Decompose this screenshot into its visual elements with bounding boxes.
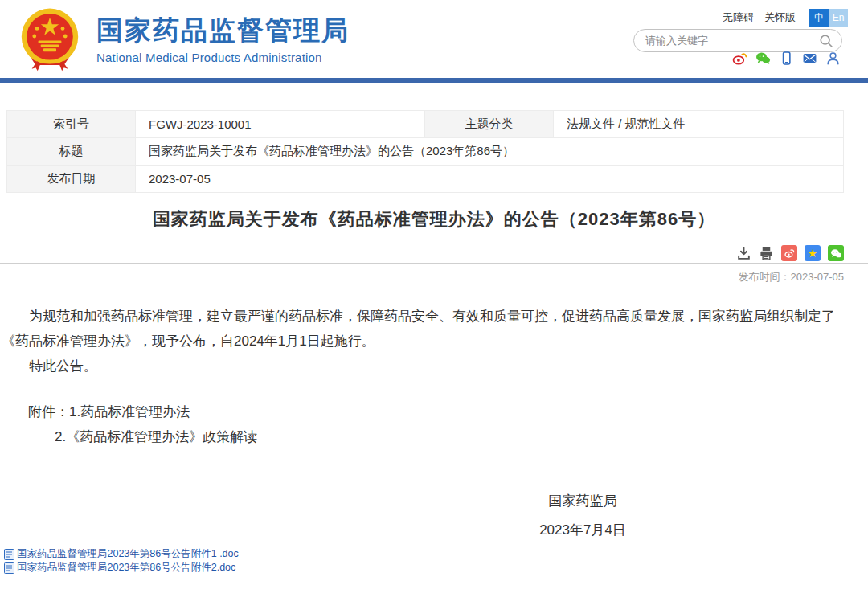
- topic-category-label: 主题分类: [425, 111, 554, 138]
- user-icon[interactable]: [825, 51, 841, 66]
- title-label: 标题: [7, 138, 136, 166]
- page: 国家药品监督管理局 National Medical Products Admi…: [0, 0, 868, 589]
- signature-org: 国家药监局: [434, 487, 731, 516]
- care-version-link[interactable]: 关怀版: [764, 10, 796, 25]
- site-title-en: National Medical Products Administration: [96, 51, 350, 64]
- file-link-1[interactable]: 国家药品监督管理局2023年第86号公告附件1 .doc: [4, 547, 239, 561]
- document-info-table: 索引号 FGWJ-2023-10001 主题分类 法规文件 / 规范性文件 标题…: [6, 110, 844, 193]
- index-number-label: 索引号: [7, 111, 136, 138]
- accessibility-link[interactable]: 无障碍: [723, 10, 754, 25]
- article-paragraph: 特此公告。: [2, 354, 844, 378]
- attachments-label: 附件：: [28, 404, 69, 419]
- table-row: 发布日期 2023-07-05: [7, 166, 844, 193]
- site-logo[interactable]: [18, 7, 82, 72]
- publish-date-value: 2023-07-05: [136, 166, 844, 193]
- site-title-block: 国家药品监督管理局 National Medical Products Admi…: [96, 16, 350, 64]
- language-toggle: 中 En: [809, 9, 848, 27]
- national-emblem-icon: [18, 7, 82, 72]
- page-title: 国家药监局关于发布《药品标准管理办法》的公告（2023年第86号）: [0, 207, 868, 231]
- search-input[interactable]: [645, 35, 819, 47]
- attachments-block: 附件：1.药品标准管理办法 2.《药品标准管理办法》政策解读: [2, 399, 844, 449]
- mobile-icon[interactable]: [779, 51, 794, 66]
- share-wechat-icon[interactable]: [828, 245, 844, 261]
- social-links: [732, 51, 841, 66]
- search-box: [633, 29, 842, 52]
- signature-block: 国家药监局 2023年7月4日: [434, 487, 731, 545]
- lang-en-button[interactable]: En: [829, 9, 848, 27]
- top-utility-links: 无障碍 关怀版 中 En: [723, 9, 848, 27]
- attachment-item: 2.《药品标准管理办法》政策解读: [55, 424, 844, 449]
- search-icon[interactable]: [819, 34, 833, 48]
- file-link-text: 国家药品监督管理局2023年第86号公告附件1 .doc: [17, 547, 239, 561]
- printer-icon[interactable]: [759, 246, 774, 261]
- publish-time: 发布时间：2023-07-05: [739, 270, 845, 284]
- header-divider-bar: [0, 78, 868, 83]
- share-star-icon[interactable]: ★: [805, 245, 821, 261]
- topic-category-value: 法规文件 / 规范性文件: [554, 111, 844, 138]
- attachment-item: 1.药品标准管理办法: [69, 404, 190, 419]
- publish-date-label: 发布日期: [7, 166, 136, 193]
- table-row: 标题 国家药监局关于发布《药品标准管理办法》的公告（2023年第86号）: [7, 138, 844, 166]
- file-link-text: 国家药品监督管理局2023年第86号公告附件2.doc: [17, 561, 235, 575]
- title-divider: [0, 263, 868, 264]
- lang-zh-button[interactable]: 中: [809, 9, 829, 27]
- wechat-icon[interactable]: [755, 51, 771, 66]
- article-body: 为规范和加强药品标准管理，建立最严谨的药品标准，保障药品安全、有效和质量可控，促…: [2, 304, 844, 449]
- weibo-icon[interactable]: [732, 51, 747, 66]
- site-header: 国家药品监督管理局 National Medical Products Admi…: [0, 0, 868, 78]
- title-value: 国家药监局关于发布《药品标准管理办法》的公告（2023年第86号）: [136, 138, 844, 166]
- word-doc-icon: [4, 549, 14, 560]
- attachment-file-links: 国家药品监督管理局2023年第86号公告附件1 .doc 国家药品监督管理局20…: [4, 547, 239, 575]
- article-paragraph: 为规范和加强药品标准管理，建立最严谨的药品标准，保障药品安全、有效和质量可控，促…: [2, 304, 844, 354]
- site-title-cn[interactable]: 国家药品监督管理局: [96, 16, 350, 45]
- article-toolbar: ★: [736, 245, 844, 261]
- download-icon[interactable]: [736, 246, 751, 261]
- index-number-value: FGWJ-2023-10001: [136, 111, 425, 138]
- word-doc-icon: [4, 562, 14, 574]
- mail-icon[interactable]: [802, 51, 817, 66]
- attachment-line: 附件：1.药品标准管理办法: [28, 399, 844, 424]
- share-weibo-icon[interactable]: [781, 245, 797, 261]
- table-row: 索引号 FGWJ-2023-10001 主题分类 法规文件 / 规范性文件: [7, 111, 844, 138]
- signature-date: 2023年7月4日: [434, 516, 731, 545]
- file-link-2[interactable]: 国家药品监督管理局2023年第86号公告附件2.doc: [4, 561, 239, 575]
